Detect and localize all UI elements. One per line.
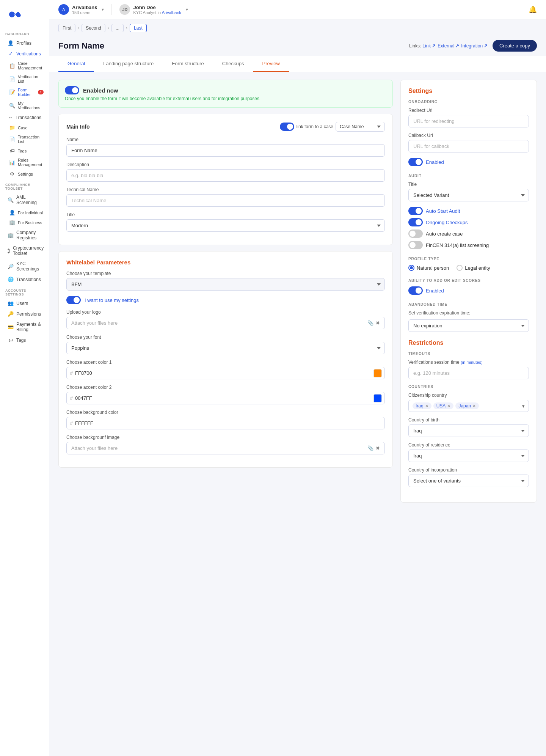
fincen-row: FinCEN 314(a) list screening: [408, 241, 529, 249]
residence-select[interactable]: Iraq USA UK: [408, 450, 529, 462]
org-info: Arivalbank 153 users: [72, 5, 97, 15]
legal-entity-dot: [457, 265, 463, 271]
tab-checkups[interactable]: Checkups: [213, 56, 253, 72]
redirect-url-input[interactable]: [408, 115, 529, 127]
session-time-input[interactable]: [408, 367, 529, 379]
main-info-header: Main Info link form to a case Case Name: [66, 122, 385, 132]
birth-select[interactable]: Iraq USA UK: [408, 424, 529, 437]
sidebar-item-case-management[interactable]: 📋 Case Management: [6, 59, 47, 72]
ability-enabled-row: Enabled: [408, 286, 529, 295]
audit-title-select[interactable]: Selected Variant None Custom: [408, 189, 529, 201]
font-select[interactable]: Poppins Roboto Inter: [66, 342, 385, 354]
sidebar-item-transaction-list[interactable]: 📄 Transaction List: [6, 133, 47, 146]
sidebar-item-case[interactable]: 📁 Case: [6, 123, 47, 132]
sidebar-item-translations[interactable]: 🌐 Translations: [2, 274, 47, 284]
org-switcher[interactable]: A Arivalbank 153 users ▾: [58, 4, 104, 15]
tab-form-structure[interactable]: Form structure: [163, 56, 213, 72]
sidebar-item-rules-management[interactable]: 📊 Rules Management: [6, 156, 47, 169]
sidebar-item-kyc[interactable]: 🔎 KYC Screenings: [2, 259, 47, 274]
bg-color-input[interactable]: [66, 417, 385, 429]
tab-general[interactable]: General: [58, 56, 94, 72]
audit-title-row: Title Selected Variant None Custom: [408, 182, 529, 201]
bg-image-upload[interactable]: Attach your files here 📎 ✖: [66, 442, 385, 454]
sidebar-item-label: Tags: [18, 149, 27, 153]
case-name-select[interactable]: Case Name: [336, 122, 385, 132]
expiration-select[interactable]: No expiration 1 day 7 days 30 days: [408, 319, 529, 332]
accent2-input[interactable]: [66, 392, 385, 404]
sidebar-item-settings[interactable]: ⚙ Settings: [6, 169, 47, 179]
sidebar-item-verifications[interactable]: ✓ Verifications: [2, 49, 47, 59]
tab-landing-page[interactable]: Landing page structure: [94, 56, 163, 72]
sidebar-item-verification-list[interactable]: 📄 Verification List: [6, 72, 47, 85]
my-settings-toggle[interactable]: [66, 296, 81, 304]
sidebar-item-label: For Individual: [18, 211, 43, 215]
sidebar-item-for-individual[interactable]: 👤 For Individual: [6, 208, 47, 217]
verifications-icon: ✓: [8, 51, 14, 57]
citizenship-select[interactable]: Iraq ✕ USA ✕ Japan ✕ ▾: [408, 400, 529, 412]
sidebar-item-transactions[interactable]: ↔ Transactions: [2, 112, 47, 123]
callback-url-input[interactable]: [408, 140, 529, 152]
sidebar-item-tags-accounts[interactable]: 🏷 Tags: [2, 335, 47, 345]
sidebar-item-label: Permissions: [16, 311, 41, 317]
auto-start-toggle[interactable]: [408, 207, 423, 215]
logo-file-upload[interactable]: Attach your files here 📎 ✖: [66, 317, 385, 329]
enabled-toggle[interactable]: [65, 86, 79, 94]
link-external[interactable]: External: [438, 43, 460, 49]
incorporation-select[interactable]: Select one of variants Iraq USA UK: [408, 475, 529, 487]
auto-create-case-toggle[interactable]: [408, 229, 423, 238]
sidebar-item-payments[interactable]: 💳 Payments & Billing: [2, 319, 47, 335]
breadcrumb-ellipsis[interactable]: ...: [111, 24, 124, 32]
user-chevron-icon: ▾: [186, 7, 188, 12]
sidebar-item-label: Cryptocurrency Toolset: [13, 245, 44, 256]
sidebar-item-label: Users: [16, 301, 28, 306]
title-select[interactable]: Modern Classic Minimal: [66, 219, 385, 232]
fincen-toggle[interactable]: [408, 241, 423, 249]
sidebar-item-aml[interactable]: 🔍 AML Screening: [2, 192, 47, 207]
sidebar-item-profiles[interactable]: 👤 Profiles: [2, 38, 47, 48]
ability-enabled-label: Enabled: [426, 288, 444, 294]
callback-enabled-toggle[interactable]: [408, 158, 423, 166]
template-select[interactable]: BFM: [66, 278, 385, 291]
session-time-unit: (in minutes): [461, 360, 482, 365]
clear-icon[interactable]: ✖: [376, 320, 380, 326]
residence-label: Country of residence: [408, 442, 529, 448]
sidebar-item-company-registries[interactable]: 🏢 Company Registries: [2, 228, 47, 243]
description-input[interactable]: [66, 169, 385, 182]
breadcrumb-last[interactable]: Last: [130, 24, 147, 32]
link-case-switch[interactable]: [280, 123, 294, 131]
auto-start-label: Auto Start Audit: [426, 208, 460, 214]
sidebar-item-my-verifications[interactable]: 🔍 My Verifications: [6, 99, 47, 112]
bg-clear-icon[interactable]: ✖: [376, 445, 380, 451]
user-switcher[interactable]: JD John Doe KYC Analyst in Arivalbank ▾: [119, 4, 188, 15]
legal-entity-radio[interactable]: Legal entity: [457, 265, 490, 271]
callback-url-row: Callback Url: [408, 133, 529, 152]
technical-name-input[interactable]: [66, 194, 385, 207]
tab-preview[interactable]: Preview: [253, 56, 289, 72]
sidebar-item-permissions[interactable]: 🔑 Permissions: [2, 309, 47, 319]
sidebar-item-form-builder[interactable]: 📝 Form Builder 1: [6, 86, 47, 99]
sidebar-item-tags[interactable]: 🏷 Tags: [6, 146, 47, 156]
redirect-url-row: Redirect Url: [408, 108, 529, 127]
tag-japan-remove[interactable]: ✕: [472, 404, 476, 409]
create-copy-button[interactable]: Create a copy: [493, 40, 537, 52]
accent1-input[interactable]: [66, 367, 385, 379]
restrictions-section: Restrictions TIMEOUTS Verifications sess…: [408, 339, 529, 487]
page-title: Form Name: [58, 41, 405, 51]
sidebar-item-crypto[interactable]: ₿ Cryptocurrency Toolset: [2, 243, 47, 258]
natural-person-radio[interactable]: Natural person: [408, 265, 449, 271]
ability-enabled-toggle[interactable]: [408, 286, 423, 295]
link-integration[interactable]: Integration: [461, 43, 488, 49]
breadcrumb-sep-1: ›: [78, 25, 79, 31]
notification-bell[interactable]: 🔔: [529, 5, 537, 14]
breadcrumb-first[interactable]: First: [58, 24, 75, 32]
tag-iraq-remove[interactable]: ✕: [425, 404, 428, 409]
sidebar-item-users[interactable]: 👥 Users: [2, 298, 47, 308]
auto-create-case-row: Auto create case: [408, 229, 529, 238]
tag-usa-remove[interactable]: ✕: [447, 404, 450, 409]
ongoing-checkups-toggle[interactable]: [408, 218, 423, 226]
sidebar-item-for-business[interactable]: 🏢 For Business: [6, 218, 47, 227]
name-input[interactable]: [66, 144, 385, 157]
breadcrumb-second[interactable]: Second: [82, 24, 105, 32]
breadcrumb: First › Second › ... › Last: [49, 19, 546, 37]
link-external-link[interactable]: Link: [422, 43, 436, 49]
